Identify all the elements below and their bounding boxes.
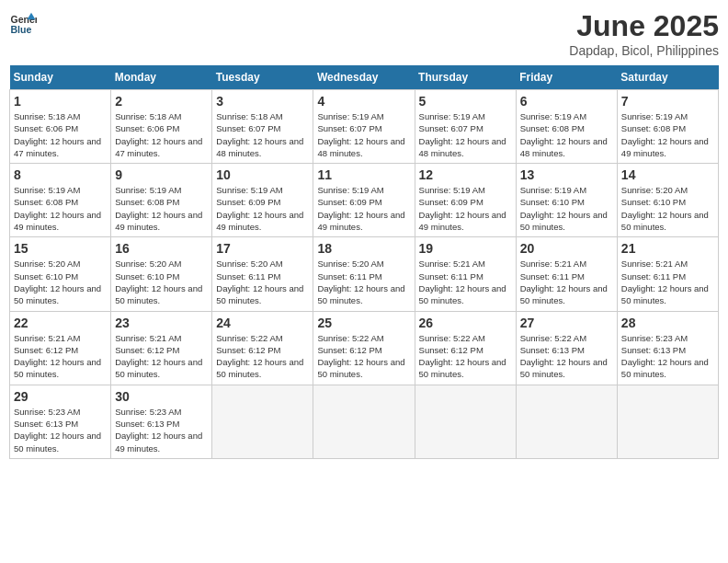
- day-info: Sunrise: 5:19 AMSunset: 6:09 PMDaylight:…: [419, 185, 506, 232]
- day-info: Sunrise: 5:23 AMSunset: 6:13 PMDaylight:…: [115, 407, 202, 454]
- title-area: June 2025 Dapdap, Bicol, Philippines: [569, 9, 719, 58]
- day-info: Sunrise: 5:19 AMSunset: 6:07 PMDaylight:…: [419, 111, 506, 158]
- calendar-cell: 10 Sunrise: 5:19 AMSunset: 6:09 PMDaylig…: [212, 164, 313, 237]
- day-info: Sunrise: 5:21 AMSunset: 6:11 PMDaylight:…: [621, 259, 709, 305]
- calendar-cell: [516, 385, 617, 458]
- day-number: 17: [216, 241, 309, 256]
- day-number: 10: [216, 167, 309, 182]
- calendar-cell: 30 Sunrise: 5:23 AMSunset: 6:13 PMDaylig…: [111, 385, 212, 458]
- day-number: 8: [14, 167, 107, 182]
- day-number: 14: [621, 167, 714, 182]
- calendar-cell: [617, 385, 718, 458]
- calendar-cell: 2 Sunrise: 5:18 AMSunset: 6:06 PMDayligh…: [111, 90, 212, 164]
- calendar-cell: 18 Sunrise: 5:20 AMSunset: 6:11 PMDaylig…: [313, 237, 415, 311]
- calendar-cell: 21 Sunrise: 5:21 AMSunset: 6:11 PMDaylig…: [617, 237, 718, 311]
- calendar-cell: 17 Sunrise: 5:20 AMSunset: 6:11 PMDaylig…: [212, 237, 313, 311]
- day-number: 23: [115, 316, 208, 330]
- day-info: Sunrise: 5:19 AMSunset: 6:08 PMDaylight:…: [14, 185, 101, 232]
- day-info: Sunrise: 5:19 AMSunset: 6:08 PMDaylight:…: [520, 111, 608, 158]
- day-info: Sunrise: 5:18 AMSunset: 6:06 PMDaylight:…: [14, 111, 101, 158]
- day-number: 11: [317, 167, 410, 182]
- day-number: 26: [419, 316, 512, 330]
- day-header-sunday: Sunday: [10, 65, 111, 90]
- day-number: 3: [216, 94, 309, 109]
- calendar-cell: [415, 385, 516, 458]
- calendar-cell: 13 Sunrise: 5:19 AMSunset: 6:10 PMDaylig…: [516, 164, 617, 237]
- day-info: Sunrise: 5:21 AMSunset: 6:12 PMDaylight:…: [14, 333, 101, 380]
- svg-text:Blue: Blue: [11, 24, 32, 35]
- calendar-cell: 29 Sunrise: 5:23 AMSunset: 6:13 PMDaylig…: [10, 385, 111, 458]
- day-info: Sunrise: 5:20 AMSunset: 6:10 PMDaylight:…: [115, 259, 202, 305]
- day-number: 20: [520, 241, 613, 256]
- day-info: Sunrise: 5:19 AMSunset: 6:09 PMDaylight:…: [317, 185, 404, 232]
- day-number: 24: [216, 316, 309, 330]
- day-number: 7: [621, 94, 714, 109]
- calendar-title: June 2025: [569, 9, 719, 43]
- calendar-cell: 1 Sunrise: 5:18 AMSunset: 6:06 PMDayligh…: [10, 90, 111, 164]
- day-info: Sunrise: 5:21 AMSunset: 6:11 PMDaylight:…: [419, 259, 506, 305]
- calendar-cell: [313, 385, 415, 458]
- day-info: Sunrise: 5:23 AMSunset: 6:13 PMDaylight:…: [14, 407, 101, 454]
- page-header: General Blue June 2025 Dapdap, Bicol, Ph…: [9, 9, 719, 58]
- calendar-cell: 12 Sunrise: 5:19 AMSunset: 6:09 PMDaylig…: [415, 164, 516, 237]
- day-number: 28: [621, 316, 714, 330]
- day-number: 29: [14, 389, 107, 404]
- day-header-friday: Friday: [516, 65, 617, 90]
- day-number: 19: [419, 241, 512, 256]
- day-number: 16: [115, 241, 208, 256]
- day-info: Sunrise: 5:21 AMSunset: 6:11 PMDaylight:…: [520, 259, 608, 305]
- calendar-cell: [212, 385, 313, 458]
- day-number: 2: [115, 94, 208, 109]
- day-number: 15: [14, 241, 107, 256]
- calendar-cell: 25 Sunrise: 5:22 AMSunset: 6:12 PMDaylig…: [313, 311, 415, 385]
- day-header-wednesday: Wednesday: [313, 65, 415, 90]
- day-header-saturday: Saturday: [617, 65, 718, 90]
- calendar-cell: 9 Sunrise: 5:19 AMSunset: 6:08 PMDayligh…: [111, 164, 212, 237]
- day-info: Sunrise: 5:22 AMSunset: 6:12 PMDaylight:…: [317, 333, 404, 380]
- day-number: 22: [14, 316, 107, 330]
- calendar-cell: 14 Sunrise: 5:20 AMSunset: 6:10 PMDaylig…: [617, 164, 718, 237]
- logo: General Blue: [9, 9, 37, 37]
- calendar-cell: 23 Sunrise: 5:21 AMSunset: 6:12 PMDaylig…: [111, 311, 212, 385]
- calendar-week-row: 1 Sunrise: 5:18 AMSunset: 6:06 PMDayligh…: [10, 90, 719, 164]
- day-number: 13: [520, 167, 613, 182]
- calendar-cell: 6 Sunrise: 5:19 AMSunset: 6:08 PMDayligh…: [516, 90, 617, 164]
- day-number: 5: [419, 94, 512, 109]
- day-info: Sunrise: 5:19 AMSunset: 6:08 PMDaylight:…: [115, 185, 202, 232]
- calendar-week-row: 15 Sunrise: 5:20 AMSunset: 6:10 PMDaylig…: [10, 237, 719, 311]
- day-number: 21: [621, 241, 714, 256]
- calendar-body: 1 Sunrise: 5:18 AMSunset: 6:06 PMDayligh…: [10, 90, 719, 459]
- calendar-cell: 15 Sunrise: 5:20 AMSunset: 6:10 PMDaylig…: [10, 237, 111, 311]
- calendar-week-row: 29 Sunrise: 5:23 AMSunset: 6:13 PMDaylig…: [10, 385, 719, 458]
- day-header-monday: Monday: [111, 65, 212, 90]
- calendar-cell: 19 Sunrise: 5:21 AMSunset: 6:11 PMDaylig…: [415, 237, 516, 311]
- calendar-cell: 28 Sunrise: 5:23 AMSunset: 6:13 PMDaylig…: [617, 311, 718, 385]
- calendar-cell: 26 Sunrise: 5:22 AMSunset: 6:12 PMDaylig…: [415, 311, 516, 385]
- day-info: Sunrise: 5:19 AMSunset: 6:08 PMDaylight:…: [621, 111, 709, 158]
- calendar-subtitle: Dapdap, Bicol, Philippines: [569, 43, 719, 58]
- day-info: Sunrise: 5:20 AMSunset: 6:10 PMDaylight:…: [14, 259, 101, 305]
- day-info: Sunrise: 5:22 AMSunset: 6:12 PMDaylight:…: [419, 333, 506, 380]
- day-info: Sunrise: 5:20 AMSunset: 6:11 PMDaylight:…: [317, 259, 404, 305]
- day-info: Sunrise: 5:20 AMSunset: 6:10 PMDaylight:…: [621, 185, 709, 232]
- day-header-tuesday: Tuesday: [212, 65, 313, 90]
- day-info: Sunrise: 5:18 AMSunset: 6:06 PMDaylight:…: [115, 111, 202, 158]
- calendar-cell: 22 Sunrise: 5:21 AMSunset: 6:12 PMDaylig…: [10, 311, 111, 385]
- day-info: Sunrise: 5:22 AMSunset: 6:12 PMDaylight:…: [216, 333, 303, 380]
- day-info: Sunrise: 5:21 AMSunset: 6:12 PMDaylight:…: [115, 333, 202, 380]
- day-number: 1: [14, 94, 107, 109]
- day-info: Sunrise: 5:22 AMSunset: 6:13 PMDaylight:…: [520, 333, 608, 380]
- calendar-week-row: 22 Sunrise: 5:21 AMSunset: 6:12 PMDaylig…: [10, 311, 719, 385]
- calendar-cell: 4 Sunrise: 5:19 AMSunset: 6:07 PMDayligh…: [313, 90, 415, 164]
- calendar-cell: 5 Sunrise: 5:19 AMSunset: 6:07 PMDayligh…: [415, 90, 516, 164]
- calendar-cell: 27 Sunrise: 5:22 AMSunset: 6:13 PMDaylig…: [516, 311, 617, 385]
- day-number: 12: [419, 167, 512, 182]
- day-number: 6: [520, 94, 613, 109]
- logo-icon: General Blue: [9, 9, 37, 37]
- day-info: Sunrise: 5:20 AMSunset: 6:11 PMDaylight:…: [216, 259, 303, 305]
- day-info: Sunrise: 5:18 AMSunset: 6:07 PMDaylight:…: [216, 111, 303, 158]
- day-number: 25: [317, 316, 410, 330]
- day-number: 30: [115, 389, 208, 404]
- day-info: Sunrise: 5:19 AMSunset: 6:10 PMDaylight:…: [520, 185, 608, 232]
- calendar-cell: 11 Sunrise: 5:19 AMSunset: 6:09 PMDaylig…: [313, 164, 415, 237]
